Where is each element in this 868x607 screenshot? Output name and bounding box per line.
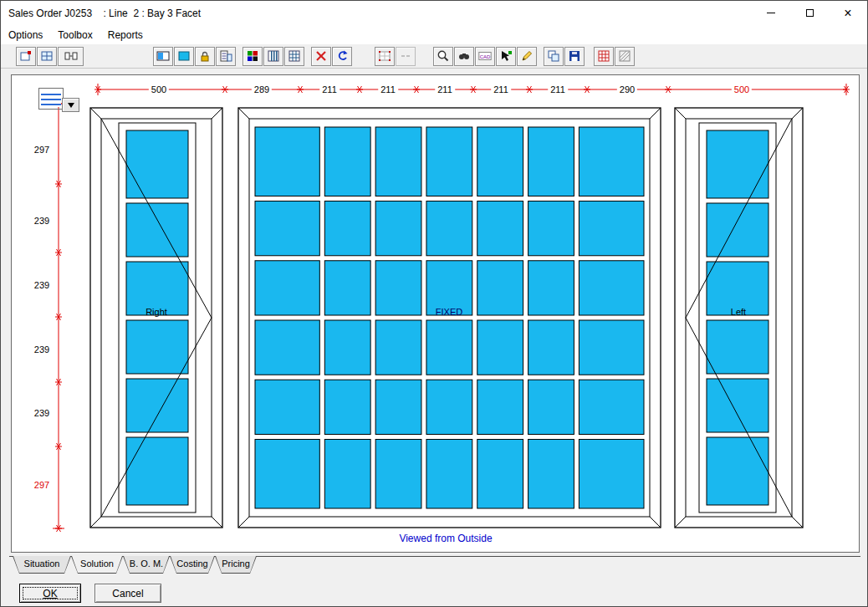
tab-bom[interactable]: B. O. M. bbox=[123, 556, 170, 574]
window-controls: × bbox=[752, 1, 867, 25]
undo-arrow-icon bbox=[335, 49, 349, 63]
magnifier-icon bbox=[437, 49, 450, 63]
zoom-button[interactable] bbox=[433, 47, 453, 66]
design-icon bbox=[19, 49, 33, 63]
cad-icon: CAD bbox=[478, 49, 492, 63]
colours-icon bbox=[246, 49, 259, 63]
dimension-label[interactable]: 239 bbox=[33, 280, 51, 290]
mullions-icon bbox=[267, 49, 280, 63]
cancel-label: Cancel bbox=[112, 588, 143, 599]
dimension-label[interactable]: 290 bbox=[617, 84, 637, 95]
dimension-label[interactable]: 289 bbox=[252, 84, 272, 95]
dimension-label[interactable]: 297 bbox=[33, 480, 51, 490]
window-title: Sales Order J0253 : Line 2 : Bay 3 Facet bbox=[8, 8, 201, 19]
pencil-icon bbox=[520, 49, 534, 63]
cad-button[interactable]: CAD bbox=[475, 47, 495, 66]
hatch-button[interactable] bbox=[615, 47, 635, 66]
fixed-pane-label: FIXED bbox=[436, 307, 462, 317]
trim-icon bbox=[399, 49, 412, 63]
dimension-label[interactable]: 297 bbox=[33, 145, 51, 155]
close-icon: × bbox=[844, 7, 851, 20]
design-button[interactable] bbox=[16, 47, 36, 66]
close-button[interactable]: × bbox=[829, 1, 867, 25]
floppy-disk-icon bbox=[568, 49, 581, 63]
title-bar: Sales Order J0253 : Line 2 : Bay 3 Facet… bbox=[1, 1, 867, 26]
left-sash-label: Right bbox=[146, 307, 167, 317]
remove-bars-icon bbox=[597, 49, 610, 63]
drawing-canvas[interactable]: 500 289 211 211 211 211 211 290 500 297 … bbox=[11, 74, 860, 553]
find-button[interactable] bbox=[454, 47, 474, 66]
tab-label: B. O. M. bbox=[123, 556, 170, 572]
save-button[interactable] bbox=[564, 47, 585, 66]
dimension-label[interactable]: 500 bbox=[149, 84, 169, 95]
dimension-label[interactable]: 211 bbox=[548, 84, 568, 95]
tab-label: Solution bbox=[71, 556, 123, 572]
menu-bar: Options Toolbox Reports bbox=[1, 26, 867, 44]
tab-costing[interactable]: Costing bbox=[170, 556, 215, 574]
remove-bars-button[interactable] bbox=[594, 47, 614, 66]
copy-icon bbox=[547, 49, 560, 63]
minimize-button[interactable] bbox=[752, 1, 790, 25]
view-orientation-note: Viewed from Outside bbox=[399, 533, 492, 544]
dimension-label[interactable]: 239 bbox=[33, 344, 51, 355]
extend-frame-button[interactable] bbox=[58, 47, 84, 66]
node-edit-button[interactable] bbox=[496, 47, 516, 66]
ok-label: OK bbox=[43, 588, 57, 599]
dimension-label[interactable]: 500 bbox=[732, 84, 752, 95]
maximize-icon bbox=[806, 9, 814, 17]
dimension-style-preview bbox=[38, 88, 64, 110]
binoculars-icon bbox=[457, 49, 471, 63]
node-edit-icon bbox=[499, 49, 513, 63]
extend-frame-icon bbox=[64, 49, 78, 63]
copy-design-button[interactable] bbox=[544, 47, 564, 66]
tab-label: Pricing bbox=[215, 556, 257, 572]
tab-solution[interactable]: Solution bbox=[71, 556, 123, 574]
frame-style-icon bbox=[156, 49, 170, 63]
frame-style-button[interactable] bbox=[153, 47, 173, 66]
colours-button[interactable] bbox=[243, 47, 263, 66]
dimension-grid-icon bbox=[378, 49, 391, 63]
delete-button[interactable] bbox=[311, 47, 331, 66]
menu-reports[interactable]: Reports bbox=[100, 28, 151, 43]
tab-label: Costing bbox=[170, 556, 215, 572]
right-sash-label: Left bbox=[731, 307, 746, 317]
toolbar: CAD bbox=[1, 44, 867, 69]
glazing-button[interactable] bbox=[174, 47, 194, 66]
hatch-icon bbox=[618, 49, 631, 63]
glazing-bars-icon bbox=[288, 49, 301, 63]
sash-options-icon bbox=[219, 49, 232, 63]
hardware-button[interactable] bbox=[195, 47, 215, 66]
annotate-button[interactable] bbox=[517, 47, 537, 66]
tab-label: Situation bbox=[13, 556, 71, 572]
glazing-bars-button[interactable] bbox=[284, 47, 304, 66]
maximize-button[interactable] bbox=[790, 1, 829, 25]
dimension-label[interactable]: 211 bbox=[319, 84, 340, 95]
dimension-display-selector[interactable] bbox=[38, 88, 80, 116]
tab-pricing[interactable]: Pricing bbox=[215, 556, 257, 574]
sash-options-button[interactable] bbox=[216, 47, 236, 66]
delete-x-icon bbox=[314, 49, 328, 63]
padlock-icon bbox=[198, 49, 212, 63]
dimension-label[interactable]: 211 bbox=[491, 84, 511, 95]
frame-button[interactable] bbox=[37, 47, 57, 66]
ok-button[interactable]: OK bbox=[19, 584, 81, 603]
minimize-icon bbox=[767, 13, 775, 13]
frame-icon bbox=[40, 49, 54, 63]
dimension-grid-button[interactable] bbox=[375, 47, 395, 66]
menu-toolbox[interactable]: Toolbox bbox=[50, 28, 100, 43]
svg-text:CAD: CAD bbox=[480, 54, 491, 59]
glazing-icon bbox=[177, 49, 191, 63]
undo-button[interactable] bbox=[332, 47, 352, 66]
dimension-label[interactable]: 211 bbox=[435, 84, 455, 95]
dimension-label[interactable]: 211 bbox=[378, 84, 398, 95]
chevron-down-icon bbox=[68, 103, 74, 108]
dimension-dropdown-button[interactable] bbox=[62, 98, 79, 112]
dimension-label[interactable]: 239 bbox=[33, 216, 51, 226]
application-window: Sales Order J0253 : Line 2 : Bay 3 Facet… bbox=[0, 0, 868, 607]
mullions-button[interactable] bbox=[263, 47, 283, 66]
dimension-label[interactable]: 239 bbox=[33, 408, 51, 418]
cancel-button[interactable]: Cancel bbox=[94, 584, 161, 603]
trim-button[interactable] bbox=[396, 47, 416, 66]
menu-options[interactable]: Options bbox=[1, 28, 50, 43]
tab-situation[interactable]: Situation bbox=[13, 556, 71, 574]
